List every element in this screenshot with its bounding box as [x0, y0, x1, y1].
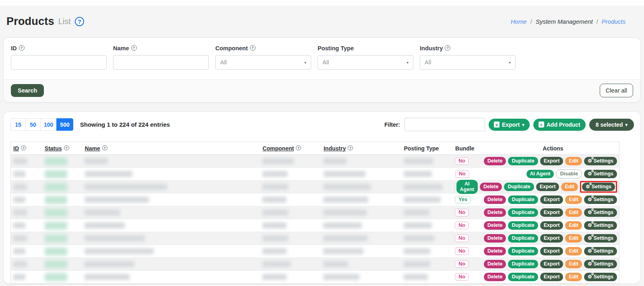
action-edit-button[interactable]: Edit [565, 157, 582, 165]
action-export-button[interactable]: Export [536, 183, 559, 191]
export-button[interactable]: x Export ▾ [489, 119, 530, 131]
filter-input-id[interactable] [11, 55, 107, 70]
help-circle-icon: ? [19, 45, 25, 51]
action-export-button[interactable]: Export [540, 260, 564, 268]
action-delete-button[interactable]: Delete [480, 183, 502, 191]
action-settings-button[interactable]: ⚙⚙Settings [584, 273, 617, 281]
posting-cell-redacted [401, 158, 453, 164]
action-edit-button[interactable]: Edit [565, 273, 582, 281]
action-settings-button[interactable]: ⚙⚙Settings [584, 260, 617, 268]
name-redacted-blob [85, 222, 125, 228]
action-duplicate-button[interactable]: Duplicate [508, 195, 538, 204]
column-header-actions: Actions [487, 145, 619, 152]
action-settings-button[interactable]: ⚙⚙Settings [584, 157, 617, 165]
action-delete-button[interactable]: Delete [484, 247, 506, 255]
action-edit-button[interactable]: Edit [565, 260, 582, 268]
action-export-button[interactable]: Export [540, 234, 564, 243]
action-edit-button[interactable]: Edit [565, 221, 582, 230]
action-duplicate-button[interactable]: Duplicate [508, 157, 538, 165]
actions-cell: DeleteDuplicateExportEdit⚙⚙Settings [487, 157, 619, 165]
name-redacted-blob [85, 210, 120, 216]
action-delete-button[interactable]: Delete [484, 234, 506, 243]
table-filter-input[interactable] [405, 118, 485, 131]
action-delete-button[interactable]: Delete [484, 260, 506, 268]
action-duplicate-button[interactable]: Duplicate [504, 183, 534, 191]
clear-all-button[interactable]: Clear all [600, 84, 633, 97]
action-settings-button[interactable]: ⚙⚙Settings [584, 195, 617, 204]
action-delete-button[interactable]: Delete [484, 157, 506, 165]
table-body: NoDeleteDuplicateExportEdit⚙⚙SettingsNoA… [11, 155, 619, 284]
action-export-button[interactable]: Export [540, 273, 564, 281]
column-header-id[interactable]: ID? [11, 145, 42, 152]
filter-select-component[interactable]: All▾ [215, 55, 311, 70]
posting-redacted-blob [404, 184, 442, 190]
page-size-100[interactable]: 100 [40, 118, 57, 131]
action-delete-button[interactable]: Delete [484, 221, 506, 230]
action-duplicate-button[interactable]: Duplicate [508, 208, 538, 217]
action-duplicate-button[interactable]: Duplicate [508, 273, 538, 281]
add-product-button[interactable]: + Add Product [533, 119, 586, 131]
help-circle-icon: ? [21, 145, 26, 150]
filter-select-industry[interactable]: All▾ [420, 55, 516, 70]
action-delete-button[interactable]: Delete [484, 208, 506, 217]
filter-select-posting-type[interactable]: All▾ [318, 55, 413, 70]
id-redacted-blob [13, 274, 25, 280]
action-delete-button[interactable]: Delete [484, 195, 506, 204]
action-edit-button[interactable]: Edit [561, 183, 578, 191]
action-duplicate-button[interactable]: Duplicate [508, 247, 538, 255]
action-settings-button[interactable]: ⚙⚙Settings [584, 247, 617, 255]
action-edit-button[interactable]: Edit [565, 195, 582, 204]
industry-cell-redacted [321, 158, 401, 164]
action-settings-button[interactable]: ⚙⚙Settings [584, 234, 617, 243]
action-ai_agent-button[interactable]: AI Agent [526, 170, 554, 178]
posting-cell-redacted [401, 274, 453, 280]
component-redacted-blob [262, 235, 288, 241]
status-cell-redacted [42, 157, 83, 165]
posting-cell-redacted [401, 171, 453, 177]
action-export-button[interactable]: Export [540, 221, 564, 230]
action-duplicate-button[interactable]: Duplicate [508, 260, 538, 268]
status-redacted-blob [45, 157, 67, 165]
action-settings-button[interactable]: ⚙⚙Settings [582, 183, 615, 191]
id-cell-redacted [11, 184, 42, 190]
action-export-button[interactable]: Export [540, 157, 564, 165]
action-export-button[interactable]: Export [540, 208, 564, 217]
action-settings-button[interactable]: ⚙⚙Settings [584, 221, 617, 230]
column-header-component[interactable]: Component? [260, 145, 321, 152]
breadcrumb-item-products[interactable]: Products [602, 18, 625, 25]
help-icon[interactable]: ? [75, 17, 84, 26]
products-page: Products List ? Home/System Management/P… [0, 6, 644, 284]
action-settings-button[interactable]: ⚙⚙Settings [584, 170, 617, 178]
name-cell-redacted [82, 158, 260, 164]
settings-button-label: Settings [594, 210, 613, 215]
action-export-button[interactable]: Export [540, 247, 564, 255]
action-disable-button[interactable]: Disable [556, 169, 582, 179]
selected-dropdown[interactable]: 8 selected ▾ [589, 119, 634, 131]
column-header-industry[interactable]: Industry? [321, 145, 401, 152]
action-edit-button[interactable]: Edit [565, 208, 582, 217]
industry-cell-redacted [321, 274, 401, 280]
help-circle-icon: ? [64, 145, 69, 150]
column-header-name[interactable]: Name? [83, 145, 260, 152]
action-ai_agent-button[interactable]: AI Agent [456, 180, 478, 194]
filter-input-name[interactable] [113, 55, 209, 70]
page-size-50[interactable]: 50 [25, 118, 41, 131]
action-delete-button[interactable]: Delete [484, 273, 506, 281]
action-duplicate-button[interactable]: Duplicate [508, 221, 538, 230]
action-settings-button[interactable]: ⚙⚙Settings [584, 208, 617, 217]
action-export-button[interactable]: Export [540, 195, 564, 204]
industry-cell-redacted [321, 235, 401, 241]
posting-redacted-blob [404, 235, 434, 241]
action-edit-button[interactable]: Edit [565, 247, 582, 255]
breadcrumb-item-home[interactable]: Home [511, 18, 527, 25]
search-button[interactable]: Search [11, 84, 44, 97]
name-cell-redacted [82, 274, 260, 280]
page-size-15[interactable]: 15 [10, 118, 26, 131]
id-cell-redacted [11, 158, 42, 164]
action-edit-button[interactable]: Edit [565, 234, 582, 243]
table-row: NoDeleteDuplicateExportEdit⚙⚙Settings [11, 232, 619, 245]
selected-value: All [425, 59, 431, 66]
page-size-500[interactable]: 500 [56, 118, 73, 131]
action-duplicate-button[interactable]: Duplicate [508, 234, 538, 243]
column-header-status[interactable]: Status? [42, 145, 83, 152]
